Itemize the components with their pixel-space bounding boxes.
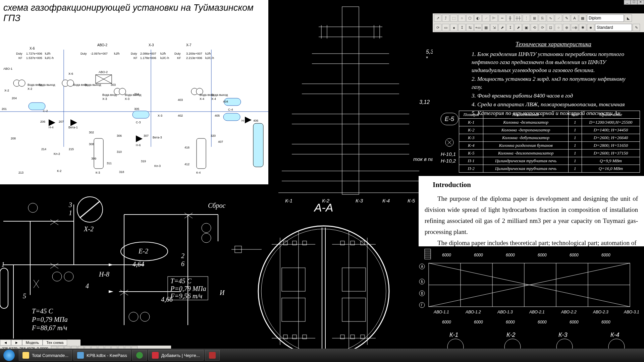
tool-icon[interactable]: ┅ bbox=[498, 14, 506, 22]
autocad-toolbar: ↗ ⤴ ⬚ ○ ⬠ ◐ ⟋ ⊢ ┅ ╫ ┼┼ ⋮ ⊞ ⎘ ∿ ⟋ ✎ A ▦ ◣… bbox=[433, 13, 644, 32]
cad-column-view[interactable]: К-1 К-2 К-3 К-4 К-5 5,3 * 3,12 ток в пар… bbox=[268, 0, 433, 204]
app-icon bbox=[77, 352, 84, 359]
svg-text:Duty: Duty bbox=[174, 52, 181, 55]
tool-icon[interactable]: ⊢ bbox=[490, 14, 498, 22]
tool-icon[interactable]: ▦ bbox=[579, 14, 586, 22]
tool-icon[interactable]: ⊕ bbox=[563, 24, 570, 31]
tool-icon[interactable]: ⇆ bbox=[466, 24, 474, 31]
tool-icon[interactable]: ■ bbox=[587, 24, 594, 31]
svg-text:X-4: X-4 bbox=[211, 97, 216, 101]
tool-icon[interactable]: ⟋ bbox=[555, 14, 562, 22]
taskbar-item[interactable]: KPB.kdbx - KeePass bbox=[73, 350, 131, 361]
aa-section[interactable]: А-А bbox=[231, 201, 416, 362]
pfd-diagram[interactable]: X-6 Duty 1.727e+006 kJ/h KF 1.537e+005 k… bbox=[0, 26, 268, 184]
svg-rect-172 bbox=[342, 298, 366, 321]
svg-text:ABO-2: ABO-2 bbox=[97, 43, 107, 47]
tool-icon[interactable]: ▭ bbox=[442, 24, 449, 31]
tool-icon[interactable]: ↗ bbox=[434, 14, 441, 22]
tool-icon[interactable]: ⟳ bbox=[539, 24, 546, 31]
tab-nav-next[interactable]: ► bbox=[11, 340, 22, 346]
abo-grid[interactable]: 6000 6000 6000 6000 6000 6000 А Б В Г АВ… bbox=[419, 246, 644, 362]
tool-icon[interactable]: ⋮ bbox=[523, 14, 530, 22]
tool-icon[interactable]: ▦ bbox=[482, 24, 490, 31]
svg-text:305: 305 bbox=[134, 107, 139, 111]
svg-rect-171 bbox=[282, 298, 305, 321]
tool-icon[interactable]: ◐ bbox=[474, 14, 482, 22]
tab-layout[interactable]: Тех схема bbox=[43, 340, 67, 346]
svg-text:308: 308 bbox=[89, 142, 94, 146]
tool-icon[interactable]: ⟋ bbox=[482, 14, 490, 22]
tool-icon[interactable]: ✎ bbox=[633, 24, 640, 31]
tool-icon[interactable]: ┼┼ bbox=[515, 14, 522, 22]
svg-text:АВО-1.2: АВО-1.2 bbox=[465, 310, 481, 314]
pipe-diagram[interactable]: Х-2 Н-8 Е-2 Сброс T=45 C P=0,79 МПа F=9,… bbox=[0, 184, 231, 345]
tool-icon[interactable]: ⬚ bbox=[450, 14, 458, 22]
taskbar-item[interactable] bbox=[132, 350, 147, 361]
svg-text:320: 320 bbox=[211, 134, 216, 137]
tool-icon[interactable]: ⬈ bbox=[498, 24, 506, 31]
svg-text:4,64: 4,64 bbox=[132, 260, 144, 268]
svg-text:KF: KF bbox=[18, 56, 22, 60]
tool-icon[interactable]: A bbox=[571, 14, 578, 22]
tool-icon[interactable]: ⬠ bbox=[466, 14, 474, 22]
tool-icon[interactable]: ⬈ bbox=[515, 24, 522, 31]
tool-icon[interactable]: ✱ bbox=[579, 24, 586, 31]
toolbar-row-2: ⟳ ▭ ∎ ↧ ⇆ +▭ ▦ ⇲ ⬈ ↧ ⬈ ▣ ⟲ ⟳ ⊡ ○ ⊕ ○⊕ ✱ … bbox=[433, 23, 644, 32]
close-button[interactable]: ✕ bbox=[637, 0, 644, 5]
start-button[interactable] bbox=[0, 349, 18, 362]
maximize-button[interactable]: ☐ bbox=[631, 0, 637, 5]
svg-text:5: 5 bbox=[23, 292, 26, 300]
svg-text:1.727e+006: 1.727e+006 bbox=[26, 52, 42, 55]
tool-icon[interactable]: ○⊕ bbox=[571, 24, 578, 31]
svg-marker-59 bbox=[136, 135, 143, 142]
svg-text:kJ/h: kJ/h bbox=[114, 52, 120, 55]
tool-icon[interactable]: ⊞ bbox=[531, 14, 538, 22]
tool-icon[interactable]: ◣ bbox=[625, 14, 632, 22]
minimize-button[interactable]: _ bbox=[624, 0, 631, 5]
intro-heading: Introduction bbox=[433, 179, 638, 190]
svg-text:6000: 6000 bbox=[538, 320, 547, 324]
tool-icon[interactable]: ○ bbox=[555, 24, 562, 31]
svg-text:214: 214 bbox=[41, 147, 46, 151]
tool-icon[interactable]: ╫ bbox=[506, 14, 514, 22]
svg-point-241 bbox=[52, 272, 62, 281]
svg-text:Н-8: Н-8 bbox=[99, 270, 109, 278]
pfd-title: схема газофракционирующей установки на Т… bbox=[0, 0, 268, 26]
text-style-combo[interactable] bbox=[595, 24, 632, 31]
svg-text:309: 309 bbox=[91, 157, 96, 160]
tool-icon[interactable]: ▣ bbox=[523, 24, 530, 31]
taskbar-item[interactable]: Total Commande... bbox=[19, 350, 72, 361]
svg-text:X-2: X-2 bbox=[28, 87, 32, 90]
svg-text:213: 213 bbox=[18, 171, 23, 174]
tab-model[interactable]: Модель bbox=[22, 340, 43, 346]
svg-marker-239 bbox=[109, 290, 113, 293]
tool-icon[interactable]: ⤴ bbox=[442, 14, 449, 22]
tool-icon[interactable]: ○ bbox=[458, 14, 466, 22]
tool-icon[interactable]: ∿ bbox=[547, 14, 554, 22]
tool-icon[interactable]: ↧ bbox=[458, 24, 466, 31]
taskbar-item[interactable]: Добавить | Черте... bbox=[148, 350, 204, 361]
tool-icon[interactable]: ⟲ bbox=[531, 24, 538, 31]
app-icon bbox=[136, 352, 143, 359]
svg-text:ABO-1: ABO-1 bbox=[3, 67, 12, 70]
aa-title: А-А bbox=[231, 201, 416, 214]
table-row: К-2Колонна -депропанизатор1D=1400; H=344… bbox=[459, 126, 640, 134]
dim-style-combo[interactable] bbox=[587, 14, 624, 22]
app-icon bbox=[22, 352, 29, 359]
tool-icon[interactable]: ⎘ bbox=[539, 14, 546, 22]
svg-text:Б: Б bbox=[421, 280, 423, 284]
svg-text:6000: 6000 bbox=[601, 320, 610, 324]
tool-icon[interactable]: ✎ bbox=[563, 14, 570, 22]
tool-icon[interactable]: ⟳ bbox=[434, 24, 441, 31]
svg-text:Вода выход: Вода выход bbox=[39, 83, 55, 86]
tool-icon[interactable]: ⊡ bbox=[547, 24, 554, 31]
tab-nav-prev[interactable]: ◄ bbox=[0, 340, 11, 346]
tool-icon[interactable]: +▭ bbox=[474, 24, 482, 31]
tool-icon[interactable]: ∎ bbox=[450, 24, 458, 31]
tool-icon[interactable]: ↧ bbox=[506, 24, 514, 31]
tool-icon[interactable]: ⇲ bbox=[490, 24, 498, 31]
svg-text:Вета-3: Вета-3 bbox=[153, 136, 162, 139]
taskbar-item[interactable] bbox=[205, 350, 220, 361]
svg-text:208: 208 bbox=[11, 137, 16, 140]
svg-text:F=9,56 т/ч: F=9,56 т/ч bbox=[170, 292, 202, 300]
